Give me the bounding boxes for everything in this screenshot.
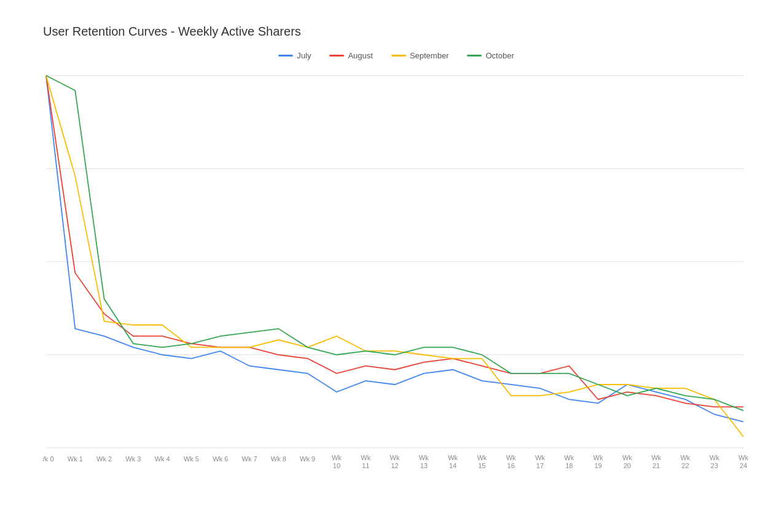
svg-text:17: 17 [536,462,544,469]
legend-line-july [278,55,293,57]
svg-text:Wk 6: Wk 6 [213,455,228,463]
legend-label-september: September [410,51,449,60]
svg-text:Wk 1: Wk 1 [68,455,83,463]
legend-item-october: October [467,51,514,60]
legend-line-october [467,55,482,57]
legend-line-august [329,55,344,57]
svg-text:Wk: Wk [390,454,400,461]
svg-text:Wk 5: Wk 5 [184,455,199,463]
svg-text:Wk 4: Wk 4 [155,455,170,463]
svg-text:16: 16 [507,462,515,469]
svg-text:Wk 8: Wk 8 [271,455,286,463]
svg-text:19: 19 [594,462,601,469]
legend: July August September October [43,51,750,60]
legend-label-july: July [297,51,311,60]
svg-text:14: 14 [449,462,456,469]
svg-text:Wk: Wk [651,454,661,461]
legend-label-october: October [485,51,514,60]
svg-text:Wk 0: Wk 0 [43,455,54,463]
svg-text:18: 18 [565,462,573,469]
chart-area: 0%25%50%75%100%Wk 0Wk 1Wk 2Wk 3Wk 4Wk 5W… [43,72,750,482]
svg-text:Wk: Wk [419,454,429,461]
chart-title: User Retention Curves - Weekly Active Sh… [43,25,750,39]
svg-text:Wk: Wk [680,454,690,461]
svg-text:Wk: Wk [332,454,342,461]
svg-text:11: 11 [362,462,369,469]
svg-text:10: 10 [333,462,340,469]
svg-text:22: 22 [681,462,689,469]
svg-text:Wk: Wk [506,454,516,461]
svg-text:Wk: Wk [448,454,458,461]
svg-text:Wk: Wk [739,454,748,461]
svg-text:Wk 9: Wk 9 [300,455,315,463]
svg-text:Wk: Wk [477,454,487,461]
svg-text:Wk 7: Wk 7 [242,455,257,463]
legend-item-september: September [391,51,449,60]
legend-label-august: August [348,51,372,60]
svg-text:24: 24 [740,462,747,469]
svg-text:23: 23 [711,462,718,469]
legend-line-september [391,55,406,57]
svg-text:Wk: Wk [361,454,370,461]
svg-text:Wk: Wk [594,454,603,461]
svg-text:13: 13 [420,462,428,469]
svg-text:12: 12 [391,462,398,469]
legend-item-august: August [329,51,372,60]
svg-text:Wk: Wk [710,454,719,461]
svg-text:Wk 2: Wk 2 [96,455,112,463]
chart-svg: 0%25%50%75%100%Wk 0Wk 1Wk 2Wk 3Wk 4Wk 5W… [43,72,750,482]
chart-container: User Retention Curves - Weekly Active Sh… [0,0,768,532]
svg-text:20: 20 [624,462,631,469]
svg-text:15: 15 [478,462,485,469]
svg-text:21: 21 [652,462,660,469]
svg-text:Wk: Wk [622,454,632,461]
svg-text:Wk: Wk [535,454,545,461]
legend-item-july: July [278,51,311,60]
svg-text:Wk: Wk [564,454,574,461]
svg-text:Wk 3: Wk 3 [125,455,141,463]
